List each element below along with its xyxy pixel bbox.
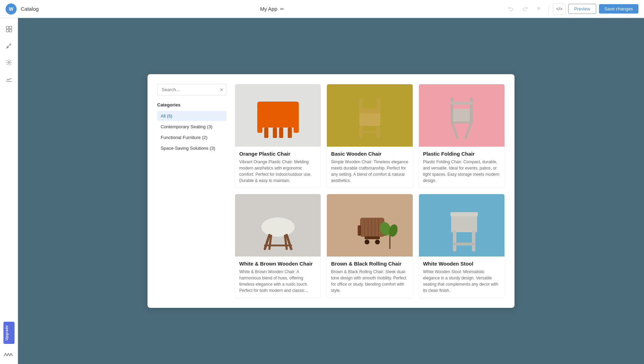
product-image-4	[235, 194, 321, 257]
svg-rect-40	[358, 225, 361, 236]
product-info-2: Basic Wooden Chair Simple Wooden Chair: …	[327, 147, 412, 188]
product-name-1: Orange Plastic Chair	[239, 151, 316, 157]
topbar-divider	[548, 5, 549, 13]
category-space-saving[interactable]: Space-Saving Solutions (3)	[157, 143, 226, 153]
code-icon: </>	[556, 6, 563, 11]
main-layout: Upgrade ✕ Categories All (6) Contemporar…	[0, 18, 644, 364]
product-card-1[interactable]: Orange Plastic Chair Vibrant Orange Plas…	[235, 84, 321, 188]
svg-rect-21	[451, 109, 472, 122]
svg-rect-51	[472, 231, 475, 251]
svg-rect-9	[294, 109, 299, 133]
svg-rect-24	[450, 102, 473, 104]
catalog-sidebar: ✕ Categories All (6) Contemporary Seatin…	[157, 84, 226, 298]
save-button[interactable]: Save changes	[599, 4, 638, 14]
edit-app-name-icon[interactable]: ✏	[280, 6, 284, 12]
product-name-2: Basic Wooden Chair	[331, 151, 408, 157]
product-card-3[interactable]: Plastic Folding Chair Plastic Folding Ch…	[419, 84, 505, 188]
product-info-4: White & Brown Wooden Chair White & Brown…	[235, 257, 321, 298]
svg-line-26	[466, 122, 471, 138]
product-image-6	[419, 194, 504, 257]
upgrade-button[interactable]: Upgrade	[3, 322, 15, 344]
products-grid: Orange Plastic Chair Vibrant Orange Plas…	[235, 84, 505, 298]
product-desc-2: Simple Wooden Chair: Timeless elegance m…	[331, 159, 408, 184]
svg-point-43	[365, 240, 369, 244]
redo-button[interactable]	[519, 3, 530, 15]
svg-rect-1	[9, 26, 12, 29]
product-card-5[interactable]: Brown & Black Rolling Chair Brown & Blac…	[327, 194, 413, 298]
wix-logo	[2, 349, 16, 360]
svg-point-28	[261, 217, 295, 237]
product-card-4[interactable]: White & Brown Wooden Chair White & Brown…	[235, 194, 321, 298]
product-image-5	[327, 194, 412, 257]
app-logo: W	[6, 3, 17, 15]
product-image-3	[419, 84, 504, 147]
search-clear-icon[interactable]: ✕	[220, 87, 224, 93]
svg-rect-50	[453, 231, 456, 251]
product-info-1: Orange Plastic Chair Vibrant Orange Plas…	[235, 147, 321, 188]
product-desc-3: Plastic Folding Chair: Compact, durable,…	[423, 159, 500, 184]
svg-line-25	[452, 122, 457, 138]
sidebar-item-tools[interactable]	[2, 39, 16, 53]
svg-rect-10	[264, 128, 268, 138]
svg-point-44	[375, 240, 380, 244]
product-image-2	[327, 84, 412, 147]
svg-rect-52	[453, 243, 475, 245]
preview-button[interactable]: Preview	[568, 4, 596, 14]
product-name-5: Brown & Black Rolling Chair	[331, 261, 408, 267]
svg-rect-3	[9, 29, 12, 32]
product-desc-6: White Wooden Stool: Minimalistic eleganc…	[423, 269, 500, 294]
product-desc-5: Brown & Black Rolling Chair: Sleek dual-…	[331, 269, 408, 294]
app-name: My App	[260, 6, 277, 12]
topbar: W Catalog My App ✏ </> Preview S	[0, 0, 644, 18]
left-sidebar: Upgrade	[0, 18, 18, 364]
svg-rect-12	[273, 128, 277, 138]
product-info-6: White Wooden Stool White Wooden Stool: M…	[419, 257, 504, 298]
svg-rect-42	[365, 236, 380, 239]
product-image-1	[235, 84, 321, 147]
product-name-6: White Wooden Stool	[423, 261, 500, 267]
product-desc-1: Vibrant Orange Plastic Chair: Melding mo…	[239, 159, 316, 184]
svg-rect-13	[279, 128, 283, 138]
svg-rect-17	[377, 98, 380, 112]
product-info-3: Plastic Folding Chair Plastic Folding Ch…	[419, 147, 504, 188]
svg-rect-23	[470, 97, 473, 123]
svg-rect-0	[6, 26, 9, 29]
code-editor-button[interactable]: </>	[553, 3, 565, 15]
categories-title: Categories	[157, 102, 226, 107]
sidebar-item-settings[interactable]	[2, 55, 16, 69]
svg-rect-22	[450, 97, 453, 123]
svg-rect-7	[257, 102, 299, 110]
topbar-actions: </> Preview Save changes	[506, 3, 638, 15]
svg-rect-14	[359, 112, 380, 126]
sidebar-item-dashboard[interactable]	[2, 22, 16, 36]
svg-rect-20	[359, 131, 380, 133]
svg-rect-49	[450, 212, 478, 216]
svg-rect-2	[6, 29, 9, 32]
search-input[interactable]	[157, 84, 226, 95]
canvas-area: ✕ Categories All (6) Contemporary Seatin…	[18, 18, 644, 364]
category-all[interactable]: All (6)	[157, 111, 226, 121]
svg-point-5	[8, 62, 10, 63]
svg-rect-8	[257, 109, 262, 133]
topbar-center: My App ✏	[43, 6, 502, 12]
restore-button[interactable]	[533, 3, 544, 15]
product-name-3: Plastic Folding Chair	[423, 151, 500, 157]
sidebar-item-analytics[interactable]	[2, 72, 16, 86]
product-name-4: White & Brown Wooden Chair	[239, 261, 316, 267]
svg-rect-11	[288, 128, 292, 138]
product-info-5: Brown & Black Rolling Chair Brown & Blac…	[327, 257, 412, 298]
category-functional[interactable]: Functional Furniture (2)	[157, 132, 226, 142]
product-card-2[interactable]: Basic Wooden Chair Simple Wooden Chair: …	[327, 84, 413, 188]
svg-rect-16	[359, 98, 363, 112]
undo-button[interactable]	[506, 3, 517, 15]
page-title: Catalog	[21, 6, 39, 12]
catalog-widget: ✕ Categories All (6) Contemporary Seatin…	[147, 74, 515, 308]
product-desc-4: White & Brown Wooden Chair: A harmonious…	[239, 269, 316, 294]
product-card-6[interactable]: White Wooden Stool White Wooden Stool: M…	[419, 194, 505, 298]
search-box: ✕	[157, 84, 226, 95]
category-contemporary[interactable]: Contemporary Seating (3)	[157, 122, 226, 132]
